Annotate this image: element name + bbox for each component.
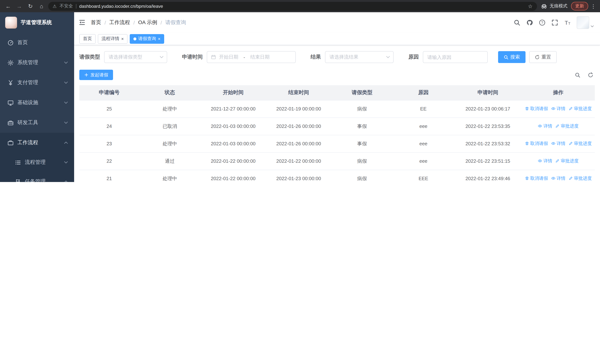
col-reason: 原因 [393, 85, 454, 100]
breadcrumb-workflow[interactable]: 工作流程 [109, 19, 130, 26]
chevron-down-icon [64, 60, 68, 65]
date-range-picker[interactable]: 开始日期 - 结束日期 [207, 51, 296, 63]
leave-type-select[interactable]: 请选择请假类型 [104, 51, 167, 63]
result-label: 结果 [310, 54, 321, 60]
result-select[interactable]: 请选择流结果 [325, 51, 394, 63]
collapse-sidebar-icon[interactable] [79, 19, 86, 26]
chevron-down-icon [64, 160, 68, 165]
search-icon[interactable] [514, 19, 520, 26]
apply-time-label: 申请时间 [182, 54, 203, 60]
trash-icon [525, 176, 529, 181]
forward-icon[interactable]: → [15, 3, 24, 9]
incognito-icon [541, 3, 547, 9]
filter-leave-type: 请假类型 请选择请假类型 [79, 51, 167, 63]
sidebar-item-workflow[interactable]: 工作流程 [0, 133, 74, 153]
detail-link[interactable]: 详情 [538, 158, 552, 164]
main-area: 首页 / 工作流程 / OA 示例 / 请假查询 [74, 12, 600, 182]
create-leave-button[interactable]: 发起请假 [79, 70, 113, 80]
tab-process-detail[interactable]: 流程详情 × [98, 34, 128, 44]
sidebar-item-home[interactable]: 首页 [0, 33, 74, 53]
screen: ← → ↻ ⌂ ⚠ 不安全 dashboard.yudao.iocoder.cn… [0, 0, 600, 182]
progress-link[interactable]: 审批进度 [555, 158, 579, 164]
sidebar-item-system[interactable]: 系统管理 [0, 53, 74, 73]
cancel-leave-link[interactable]: 取消请假 [525, 106, 548, 112]
not-secure-icon: ⚠ [53, 3, 57, 9]
breadcrumb-oa-example[interactable]: OA 示例 [138, 19, 157, 26]
sidebar-item-payment[interactable]: 支付管理 [0, 73, 74, 93]
detail-link[interactable]: 详情 [551, 175, 565, 182]
trash-icon [525, 107, 529, 111]
help-icon[interactable] [539, 19, 545, 26]
eye-icon [551, 176, 555, 181]
table-tools [575, 72, 595, 78]
close-tab-icon[interactable]: × [158, 37, 160, 41]
fullscreen-icon[interactable] [552, 19, 558, 26]
address-bar[interactable]: ⚠ 不安全 dashboard.yudao.iocoder.cn/bpm/oa/… [48, 2, 537, 10]
sidebar-item-infra[interactable]: 基础设施 [0, 93, 74, 113]
incognito-label: 无痕模式 [550, 3, 567, 9]
toggle-search-icon[interactable] [575, 72, 580, 78]
filter-apply-time: 申请时间 开始日期 - 结束日期 [182, 51, 296, 63]
reload-icon[interactable]: ↻ [26, 3, 35, 9]
table-row: 23处理中 2022-01-03 00:00:002022-01-26 00:0… [79, 135, 595, 152]
search-icon [504, 55, 508, 59]
bookmark-star-icon[interactable]: ☆ [528, 3, 533, 9]
github-icon[interactable] [526, 19, 533, 26]
progress-link[interactable]: 审批进度 [555, 123, 579, 129]
trash-icon [525, 141, 529, 146]
detail-link[interactable]: 详情 [551, 106, 565, 112]
user-avatar[interactable] [577, 16, 589, 29]
chevron-down-icon [159, 55, 164, 59]
progress-link[interactable]: 审批进度 [568, 106, 592, 112]
refresh-icon [535, 55, 540, 59]
col-type: 请假类型 [331, 85, 393, 100]
reason-label: 原因 [408, 54, 419, 60]
app-logo: 芋道管理系统 [0, 12, 74, 33]
back-icon[interactable]: ← [4, 3, 13, 9]
edit-icon [568, 107, 573, 111]
reason-input[interactable] [427, 54, 483, 60]
search-button[interactable]: 搜索 [498, 51, 525, 63]
sidebar-item-task-mgmt[interactable]: 任务管理 [0, 172, 74, 182]
reset-button[interactable]: 重置 [529, 51, 557, 63]
table-row: 22通过 2022-01-22 00:00:002022-01-22 00:00… [79, 152, 595, 170]
browser-menu-icon[interactable]: ⋮ [590, 3, 596, 9]
home-icon[interactable]: ⌂ [37, 3, 46, 9]
table-row: 25处理中 2021-12-27 00:00:002022-01-19 00:0… [79, 100, 595, 118]
refresh-table-icon[interactable] [588, 72, 593, 78]
progress-link[interactable]: 审批进度 [568, 140, 592, 147]
sidebar-item-devtools[interactable]: 研发工具 [0, 113, 74, 133]
update-button[interactable]: 更新 [571, 2, 588, 10]
table-toolbar: 发起请假 [79, 70, 595, 80]
progress-link[interactable]: 审批进度 [568, 175, 592, 182]
breadcrumb-home[interactable]: 首页 [91, 19, 101, 26]
edit-icon [555, 124, 560, 129]
flag-icon [15, 178, 21, 182]
end-date-placeholder[interactable]: 结束日期 [250, 54, 270, 60]
detail-link[interactable]: 详情 [551, 140, 565, 147]
sidebar-item-process-mgmt[interactable]: 流程管理 [0, 153, 74, 172]
detail-link[interactable]: 详情 [538, 123, 552, 129]
start-date-placeholder[interactable]: 开始日期 [219, 54, 238, 60]
cancel-leave-link[interactable]: 取消请假 [525, 140, 548, 147]
edit-icon [568, 141, 573, 146]
col-end: 结束时间 [266, 85, 331, 100]
chevron-down-icon [64, 80, 68, 85]
close-tab-icon[interactable]: × [121, 37, 124, 41]
tab-leave-query[interactable]: 请假查询 × [130, 34, 164, 44]
table-row: 21处理中 2022-01-22 00:00:002022-01-23 00:0… [79, 170, 595, 182]
plus-icon [84, 73, 89, 77]
col-status: 状态 [139, 85, 200, 100]
leave-table: 申请编号 状态 开始时间 结束时间 请假类型 原因 申请时间 操作 25处理中 … [79, 85, 595, 182]
security-label[interactable]: 不安全 [60, 3, 73, 9]
font-size-icon[interactable] [564, 19, 571, 26]
edit-icon [568, 176, 573, 181]
url-text[interactable]: dashboard.yudao.iocoder.cn/bpm/oa/leave [79, 3, 525, 9]
eye-icon [551, 107, 555, 111]
cancel-leave-link[interactable]: 取消请假 [525, 175, 548, 182]
user-menu[interactable] [577, 16, 594, 29]
breadcrumb-current: 请假查询 [165, 19, 186, 26]
tab-home[interactable]: 首页 [79, 34, 96, 44]
breadcrumb: 首页 / 工作流程 / OA 示例 / 请假查询 [91, 19, 186, 26]
eye-icon [551, 141, 555, 146]
